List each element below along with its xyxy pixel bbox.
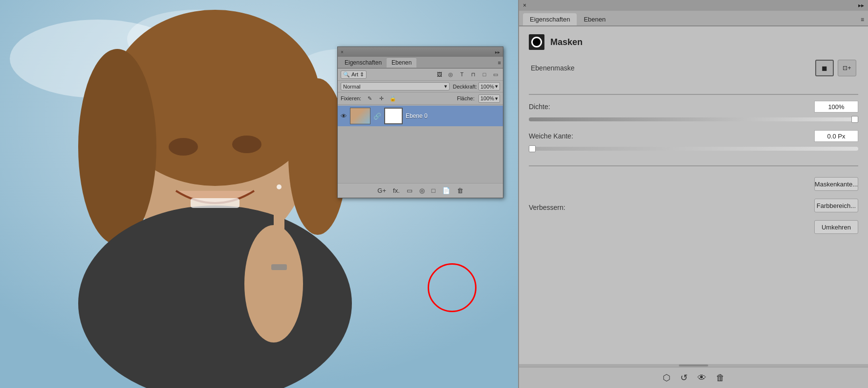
ebenenmaske-vector-btn[interactable]: ⊡+ [838,60,856,76]
tab-eigenschaften-small[interactable]: Eigenschaften [340,58,387,68]
shape-layer-icon[interactable]: ⊓ [469,70,477,79]
umkehren-button[interactable]: Umkehren [814,220,858,234]
props-bottom-toolbar: ⬡ ↺ 👁 🗑 [519,367,868,388]
props-close-icon[interactable]: × [523,2,526,9]
props-collapse-icon[interactable]: ▸▸ [858,2,864,9]
svg-point-15 [232,136,261,153]
empty-layers-area [338,144,503,183]
filter-dropdown[interactable]: 🔍 Art ⇕ [341,70,367,79]
flaeche-input[interactable]: 100% ▾ [478,94,500,103]
separator-2 [529,165,858,166]
layers-panel-small: × ▸▸ Eigenschaften Ebenen ≡ 🔍 Art ⇕ 🖼 ◎ … [337,46,503,198]
dichte-label: Dichte: [529,103,550,111]
ebenenmaske-icons: ◼ ⊡+ [815,60,856,76]
delete-layer-icon[interactable]: 🗑 [456,186,465,195]
ebenenmaske-label: Ebenenmaske [531,64,575,72]
verbessern-row: Verbessern: Maskenkante... Farbbereich..… [529,177,858,238]
deckkraft-label: Deckkraft: [453,84,477,90]
new-layer-icon[interactable]: 📄 [441,186,452,195]
tab-ebenen-small[interactable]: Ebenen [387,57,416,68]
weiche-kante-row: Weiche Kante: 0.0 Px [529,130,858,142]
opacity-row: Deckkraft: 100% ▾ [453,82,500,91]
verbessern-section: Verbessern: Maskenkante... Farbbereich..… [529,177,858,241]
maskenkante-button[interactable]: Maskenkante... [814,177,858,191]
masken-title: Masken [550,37,583,47]
ebenenmaske-row: Ebenenmaske ◼ ⊡+ [529,60,858,76]
new-fill-layer-icon[interactable]: ▭ [405,186,414,195]
adjustment-layer-icon[interactable]: ◎ [446,70,455,79]
weiche-kante-slider-track[interactable] [529,147,858,151]
flaeche-arrow: ▾ [495,95,498,102]
dichte-slider-row [529,115,858,121]
new-adjustment-icon[interactable]: ◎ [418,186,426,195]
verbessern-buttons: Maskenkante... Farbbereich... Umkehren [814,177,858,238]
panel-bottom-toolbar: G+ fx. ▭ ◎ □ 📄 🗑 [338,183,503,198]
svg-point-10 [244,225,303,342]
layer-mask-thumb [384,108,403,124]
props-tabs: Eigenschaften Ebenen ≡ [519,11,868,26]
blend-mode-dropdown[interactable]: Normal ▾ [341,82,450,91]
vector-mask-icon: ⊡+ [843,65,851,71]
filter-arrow-icon: ⇕ [360,71,364,78]
weiche-kante-slider-row [529,145,858,151]
weiche-kante-label: Weiche Kante: [529,132,573,140]
layer-type-icons: 🖼 ◎ T ⊓ □ ▭ [435,70,500,79]
deckkraft-input[interactable]: 100% ▾ [478,82,500,91]
text-layer-icon[interactable]: T [457,70,466,79]
blend-mode-value: Normal [343,84,360,90]
fx-icon[interactable]: fx. [391,186,401,195]
svg-rect-16 [191,198,239,208]
collapse-icon-small[interactable]: ▸▸ [495,49,500,55]
layer-name: Ebene 0 [406,113,428,119]
pixel-layer-icon[interactable]: 🖼 [435,70,444,79]
tab-eigenschaften-props[interactable]: Eigenschaften [523,13,577,25]
selection-from-mask-icon[interactable]: ⬡ [663,372,671,383]
props-titlebar: × ▸▸ [519,0,868,11]
ebenenmaske-pixel-btn[interactable]: ◼ [815,60,834,76]
weiche-kante-slider-thumb[interactable] [529,145,536,152]
extra-icon[interactable]: ▭ [491,70,500,79]
flaeche-label: Fläche: [457,95,475,101]
svg-point-6 [78,49,156,245]
close-icon-small[interactable]: × [341,49,344,55]
deckkraft-arrow: ▾ [495,83,498,90]
delete-mask-icon[interactable]: 🗑 [716,373,725,383]
dichte-row: Dichte: 100% [529,101,858,113]
fix-brush-icon[interactable]: ✎ [365,94,374,103]
panel-titlebar-small: × ▸▸ [338,47,503,57]
deckkraft-value: 100% [480,84,494,90]
separator-1 [529,94,858,95]
layer-thumb-image [350,108,370,124]
toggle-visibility-icon[interactable]: 👁 [697,373,706,383]
fixieren-label: Fixieren: [341,95,361,101]
dichte-slider-track[interactable] [529,117,858,121]
photo-area: × ▸▸ Eigenschaften Ebenen ≡ 🔍 Art ⇕ 🖼 ◎ … [0,0,518,388]
props-menu-icon[interactable]: ≡ [861,16,864,25]
farbbereich-button[interactable]: Farbbereich... [814,199,858,212]
new-group-icon[interactable]: □ [430,186,437,195]
weiche-kante-value[interactable]: 0.0 Px [814,130,858,142]
layer-item-0[interactable]: 👁 🔗 Ebene 0 [338,106,503,126]
link-style-icon[interactable]: G+ [376,186,388,195]
layer-visibility-icon[interactable]: 👁 [341,113,347,120]
filter-label: Art [351,71,358,77]
search-icon: 🔍 [343,71,350,78]
masken-icon [529,34,544,50]
fix-icons-group: ✎ ✛ 🔒 [365,94,397,103]
pixel-mask-icon: ◼ [822,64,827,72]
fix-move-icon[interactable]: ✛ [377,94,386,103]
smart-layer-icon[interactable]: □ [480,70,489,79]
apply-mask-icon[interactable]: ↺ [680,372,688,383]
svg-rect-11 [274,181,284,240]
fix-lock-icon[interactable]: 🔒 [389,94,397,103]
masken-header: Masken [529,34,858,50]
tab-ebenen-props[interactable]: Ebenen [577,13,612,25]
dichte-value[interactable]: 100% [814,101,858,113]
blend-arrow-icon: ▾ [444,83,447,90]
svg-point-12 [277,184,282,189]
panel-menu-icon-small[interactable]: ≡ [498,60,501,66]
layer-link-icon[interactable]: 🔗 [373,113,381,120]
dichte-slider-thumb[interactable] [851,116,858,123]
scrollbar-nub [679,365,708,366]
masken-icon-inner [531,37,542,47]
